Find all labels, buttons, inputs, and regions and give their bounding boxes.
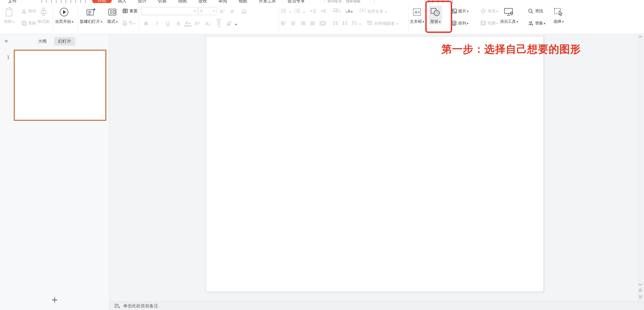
arrange-button[interactable]: 排列 — [451, 19, 469, 27]
scroll-down-icon — [638, 283, 642, 286]
tab-animation[interactable]: 动画 — [178, 0, 187, 3]
justify-button[interactable] — [310, 21, 317, 25]
highlight-button[interactable] — [226, 20, 237, 27]
present-tools-button[interactable]: 演示工具 — [500, 6, 518, 24]
find-button[interactable]: 查找 — [528, 7, 543, 15]
convert-smartart-label: 转智能图形 — [375, 21, 395, 26]
workspace: 第一步：选择自己想要的图形 — [109, 34, 644, 301]
text-box-button[interactable]: A 文本框 — [410, 6, 424, 24]
bullets-button[interactable] — [281, 8, 291, 14]
new-slide-button[interactable]: 新建幻灯片 — [80, 6, 102, 24]
font-style-row: B I U S A X² X₂ wén 文 — [141, 19, 237, 27]
reset-button[interactable]: 重置 — [122, 7, 138, 15]
grow-font-icon: A+ — [220, 8, 225, 14]
select-label: 选择 — [553, 19, 564, 24]
format-painter-button[interactable]: 格式刷 — [38, 6, 50, 24]
tab-view[interactable]: 视图 — [238, 0, 247, 3]
tab-transition[interactable]: 切换 — [158, 0, 167, 3]
outline-label: 轮廓 — [488, 20, 498, 26]
tab-review[interactable]: 审阅 — [218, 0, 227, 3]
arrange-label: 排列 — [458, 20, 469, 26]
start-from-page-button[interactable]: 当页开始 — [55, 6, 73, 24]
tab-slideshow[interactable]: 放映 — [198, 0, 207, 3]
tab-insert[interactable]: 插入 — [118, 0, 126, 3]
align-left-button[interactable] — [281, 21, 287, 25]
sort-text-button[interactable]: ↓A — [345, 9, 353, 14]
add-slide-button[interactable] — [0, 296, 109, 304]
tab-slides[interactable]: 幻灯片 — [54, 37, 75, 46]
text-direction-button[interactable]: AB — [333, 9, 341, 13]
tab-home[interactable]: 开始 — [92, 0, 112, 3]
export-icon[interactable] — [51, 0, 56, 3]
redo-icon[interactable] — [80, 0, 86, 3]
phonetic-guide-button[interactable]: wén 文 — [216, 18, 221, 28]
present-tools-icon — [503, 6, 515, 18]
line-spacing-button[interactable] — [352, 20, 361, 26]
slide-number: 1 — [7, 54, 10, 60]
clear-format-button[interactable] — [241, 7, 249, 15]
vertical-scrollbar[interactable] — [637, 34, 643, 301]
format-painter-label: 格式刷 — [38, 19, 50, 24]
shrink-font-button[interactable]: A− — [230, 7, 237, 15]
tab-outline[interactable]: 大纲 — [34, 37, 51, 46]
layout-icon — [108, 6, 117, 18]
paste-label: 粘贴 — [4, 19, 14, 24]
outline-button[interactable]: 轮廓 — [480, 19, 498, 27]
notes-placeholder: 单击此处添加备注 — [123, 303, 158, 309]
bold-button[interactable]: B — [141, 20, 151, 26]
undo-icon[interactable] — [71, 0, 76, 3]
select-button[interactable]: 选择 — [553, 6, 564, 24]
strikethrough-button[interactable]: S — [173, 20, 183, 26]
print-icon[interactable] — [61, 0, 66, 3]
paste-button[interactable]: 粘贴 — [4, 6, 14, 24]
distribute-button[interactable] — [320, 21, 327, 25]
cut-button[interactable]: 剪切 — [21, 7, 36, 15]
fill-button[interactable]: 填充 — [480, 7, 498, 15]
align-center-button[interactable] — [290, 21, 297, 25]
svg-text:3: 3 — [294, 11, 296, 13]
add-notes-icon — [114, 303, 120, 308]
copy-button[interactable]: 复制 — [21, 19, 36, 27]
increase-indent-button[interactable] — [320, 9, 328, 13]
section-button[interactable]: 节 — [122, 19, 135, 27]
copy-label: 复制 — [28, 20, 36, 26]
svg-text:A: A — [528, 23, 530, 25]
underline-button[interactable]: U — [163, 20, 173, 26]
tab-member[interactable]: 会员专享 — [287, 0, 305, 3]
convert-smartart-button[interactable]: 转智能图形 — [367, 20, 398, 27]
font-size-combobox[interactable]: 0 — [198, 7, 216, 15]
increase-para-space-button[interactable] — [333, 21, 340, 25]
font-color-button[interactable]: A — [184, 20, 192, 27]
notes-bar[interactable]: 单击此处添加备注 — [109, 301, 644, 310]
shrink-font-icon: A− — [230, 8, 235, 14]
superscript-button[interactable]: X² — [192, 20, 202, 26]
font-name-combobox[interactable] — [141, 7, 198, 15]
command-search-input[interactable]: 查找命令、搜索模板 — [324, 0, 375, 3]
subscript-button[interactable]: X₂ — [203, 20, 213, 26]
picture-button[interactable]: 图片 — [451, 7, 469, 15]
align-text-button[interactable]: 对齐文本 — [360, 8, 387, 14]
ribbon-toolbar: 粘贴 剪切 复制 格式刷 当页开始 — [0, 3, 644, 34]
slides-group: 新建幻灯片 版式 重置 节 — [80, 3, 138, 34]
previous-slide-icon — [638, 289, 642, 292]
italic-button[interactable]: I — [152, 20, 162, 26]
menu-file[interactable]: 文件 — [8, 0, 17, 3]
tab-devtools[interactable]: 开发工具 — [259, 0, 276, 3]
replace-button[interactable]: AB 替换 — [528, 19, 545, 27]
save-icon[interactable] — [42, 0, 47, 3]
tab-design[interactable]: 设计 — [138, 0, 147, 3]
text-box-icon: A — [412, 6, 422, 18]
font-size-value: 0 — [200, 9, 203, 13]
slide-thumbnail[interactable] — [14, 50, 106, 121]
decrease-para-space-button[interactable] — [342, 21, 349, 25]
align-right-button[interactable] — [300, 21, 307, 25]
paragraph-group: 123 AB ↓A 对齐文本 — [281, 3, 408, 34]
slide-canvas[interactable] — [206, 36, 544, 292]
decrease-indent-button[interactable] — [310, 9, 318, 13]
numbering-button[interactable]: 123 — [294, 8, 305, 14]
next-slide-icon — [638, 295, 642, 299]
grow-font-button[interactable]: A+ — [220, 7, 226, 15]
layout-button[interactable]: 版式 — [107, 6, 118, 24]
clipboard-group: 粘贴 剪切 复制 格式刷 — [3, 3, 52, 34]
align-text-label: 对齐文本 — [367, 9, 383, 14]
